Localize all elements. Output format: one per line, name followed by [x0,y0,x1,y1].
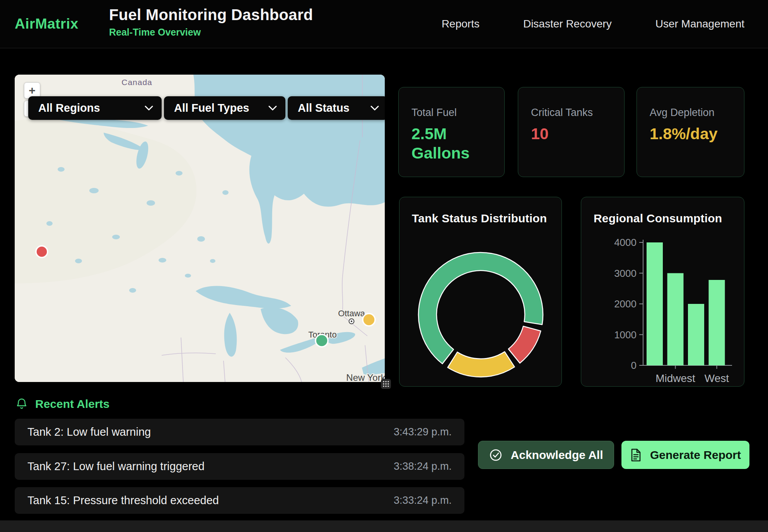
critical-tanks-value: 10 [531,124,608,143]
bottom-strip [0,520,768,532]
svg-text:4000: 4000 [614,237,637,248]
alert-row-2[interactable]: Tank 27: Low fuel warning triggered 3:38… [15,453,464,480]
normal-tank-marker[interactable] [316,334,328,347]
chevron-down-icon [145,106,153,111]
tank-status-donut-svg [399,197,562,387]
status-filter-value: All Status [298,102,350,114]
main-nav: Reports Disaster Recovery User Managemen… [442,0,744,48]
warning-tank-marker[interactable] [363,314,375,326]
critical-tank-marker[interactable] [36,246,48,257]
alert-message: Tank 15: Pressure threshold exceeded [27,494,219,507]
alert-row-1[interactable]: Tank 2: Low fuel warning 3:43:29 p.m. [15,419,464,445]
avg-depletion-label: Avg Depletion [650,107,731,119]
brand-logo: AirMatrix [15,0,79,48]
map-canvas[interactable]: Canada Ottawa Toronto New York [15,75,385,382]
regional-consumption-svg: 01000200030004000MidwestWest [581,197,745,387]
svg-text:0: 0 [631,360,637,371]
map-label-canada: Canada [121,78,152,87]
alert-timestamp: 3:33:24 p.m. [394,494,452,506]
header-bar: AirMatrix Fuel Monitoring Dashboard Real… [0,0,768,48]
chevron-down-icon [370,106,379,111]
nav-reports[interactable]: Reports [442,18,480,30]
map-panel: Canada Ottawa Toronto New York + − All R… [15,75,385,382]
svg-text:3000: 3000 [614,268,637,279]
tank-status-distribution-card: Tank Status Distribution [399,197,562,387]
document-icon [630,448,642,462]
fuel-type-filter-value: All Fuel Types [174,102,249,114]
acknowledge-all-label: Acknowledge All [511,448,603,462]
page-title: Fuel Monitoring Dashboard [109,6,313,24]
recent-alerts-header: Recent Alerts [16,397,109,411]
avg-depletion-value: 1.8%/day [650,124,727,143]
acknowledge-all-button[interactable]: Acknowledge All [478,441,614,469]
generate-report-label: Generate Report [650,448,741,462]
status-filter-dropdown[interactable]: All Status [288,96,385,120]
critical-tanks-label: Critical Tanks [531,107,611,119]
ottawa-town-icon [349,319,354,324]
alert-message: Tank 2: Low fuel warning [27,426,151,438]
alert-message: Tank 27: Low fuel warning triggered [27,460,205,473]
fuel-type-filter-dropdown[interactable]: All Fuel Types [164,96,285,120]
total-fuel-value: 2.5M Gallons [411,124,489,163]
recent-alerts-title: Recent Alerts [35,397,109,411]
nav-disaster-recovery[interactable]: Disaster Recovery [523,18,612,30]
region-filter-dropdown[interactable]: All Regions [28,96,162,120]
svg-text:1000: 1000 [614,329,637,341]
check-circle-icon [489,448,502,462]
map-label-new-york: New York [346,372,385,382]
fuel-monitoring-dashboard: AirMatrix Fuel Monitoring Dashboard Real… [0,0,768,532]
nav-user-management[interactable]: User Management [655,18,744,30]
total-fuel-label: Total Fuel [411,107,492,119]
svg-text:Midwest: Midwest [655,372,695,384]
map-label-ottawa: Ottawa [338,309,365,318]
map-filters: All Regions All Fuel Types All Status [28,96,385,120]
regional-consumption-card: Regional Consumption 01000200030004000Mi… [581,197,744,387]
bell-icon [16,398,27,410]
svg-text:2000: 2000 [614,298,637,310]
svg-text:West: West [705,372,729,384]
drag-dots-icon [382,380,389,387]
alert-timestamp: 3:38:24 p.m. [394,460,452,472]
critical-tanks-card: Critical Tanks 10 [518,87,625,177]
map-resize-handle[interactable] [381,379,391,389]
alert-timestamp: 3:43:29 p.m. [394,426,452,438]
chevron-down-icon [268,106,277,111]
avg-depletion-card: Avg Depletion 1.8%/day [637,87,744,177]
title-block: Fuel Monitoring Dashboard Real-Time Over… [109,6,313,38]
total-fuel-card: Total Fuel 2.5M Gallons [398,87,505,177]
page-subtitle: Real-Time Overview [109,27,313,38]
generate-report-button[interactable]: Generate Report [621,441,749,469]
alert-row-3[interactable]: Tank 15: Pressure threshold exceeded 3:3… [15,487,464,514]
region-filter-value: All Regions [38,102,100,114]
